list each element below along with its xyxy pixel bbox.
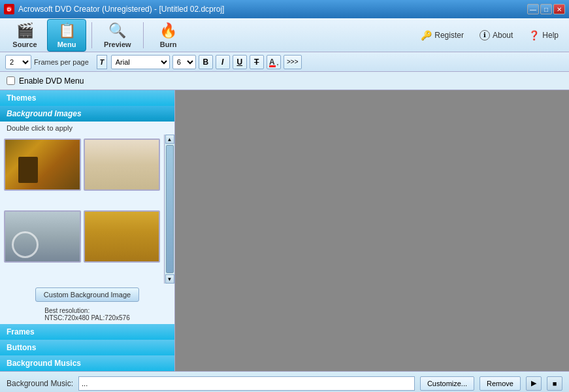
background-images-label: Background Images xyxy=(7,109,82,118)
scroll-up-button[interactable]: ▲ xyxy=(165,135,174,144)
register-label: Register xyxy=(434,31,464,40)
burn-icon: 🔥 xyxy=(159,22,177,39)
checkbox-row: Enable DVD Menu xyxy=(0,72,569,90)
frames-per-page-select[interactable]: 246 xyxy=(5,55,31,69)
menu-tab[interactable]: 📋 Menu xyxy=(47,19,86,52)
font-color-button[interactable]: A xyxy=(267,55,281,69)
toolbar-right: 🔑 Register ℹ About ❓ Help xyxy=(415,27,564,43)
frames-per-page-label: Frames per page xyxy=(34,58,89,66)
bg-image-3[interactable] xyxy=(4,210,81,263)
about-button[interactable]: ℹ About xyxy=(474,27,518,43)
source-label: Source xyxy=(12,41,37,48)
scroll-thumb[interactable] xyxy=(166,145,174,273)
themes-section-header[interactable]: Themes xyxy=(0,90,174,106)
burn-tab[interactable]: 🔥 Burn xyxy=(149,20,188,51)
images-grid xyxy=(0,135,164,284)
burn-label: Burn xyxy=(160,41,177,48)
register-button[interactable]: 🔑 Register xyxy=(415,27,469,43)
enable-dvd-menu-label[interactable]: Enable DVD Menu xyxy=(19,76,84,86)
window-controls: — □ ✕ xyxy=(527,4,565,14)
help-icon: ❓ xyxy=(528,30,540,41)
buttons-section-header[interactable]: Buttons xyxy=(0,340,174,355)
music-label: Background Music: xyxy=(7,379,73,388)
menu-label: Menu xyxy=(57,41,76,48)
title-bar-left: D Acrowsoft DVD Creator (Unregistered) -… xyxy=(4,4,224,14)
italic-button[interactable]: I xyxy=(216,55,230,69)
play-music-button[interactable]: ▶ xyxy=(526,376,542,391)
svg-marker-5 xyxy=(277,64,278,66)
background-musics-label: Background Musics xyxy=(7,359,81,368)
music-bar: Background Music: Customize... Remove ▶ … xyxy=(0,371,569,392)
window-title: Acrowsoft DVD Creator (Unregistered) - [… xyxy=(18,5,224,14)
svg-text:A: A xyxy=(269,57,275,67)
font-color-icon: A xyxy=(268,56,280,68)
svg-rect-4 xyxy=(269,65,276,67)
toolbar-divider-2 xyxy=(143,22,144,48)
play-icon: ▶ xyxy=(531,379,536,387)
source-icon: 🎬 xyxy=(16,22,34,39)
more-options-button[interactable]: >>> xyxy=(284,55,302,69)
frames-label: Frames xyxy=(7,327,35,336)
help-label: Help xyxy=(542,31,559,40)
font-size-select[interactable]: 681012 xyxy=(172,55,196,69)
resolution-label: Best resolution: xyxy=(44,307,129,314)
remove-music-button[interactable]: Remove xyxy=(480,376,521,391)
strikethrough-button[interactable]: T xyxy=(250,55,264,69)
bg-image-1[interactable] xyxy=(4,139,81,191)
about-label: About xyxy=(493,31,513,40)
title-bar: D Acrowsoft DVD Creator (Unregistered) -… xyxy=(0,0,569,18)
menu-icon: 📋 xyxy=(58,22,76,39)
scroll-down-button[interactable]: ▼ xyxy=(165,274,174,284)
left-panel: Themes Background Images Double click to… xyxy=(0,90,175,371)
custom-bg-area: Custom Background Image Best resolution:… xyxy=(0,284,174,324)
app-icon: D xyxy=(4,4,14,14)
frames-section-header[interactable]: Frames xyxy=(0,324,174,340)
toolbar: 🎬 Source 📋 Menu 🔍 Preview 🔥 Burn 🔑 Regis… xyxy=(0,18,569,52)
themes-label: Themes xyxy=(7,93,36,103)
text-icon: T xyxy=(99,58,104,66)
source-tab[interactable]: 🎬 Source xyxy=(5,20,44,51)
canvas-area[interactable] xyxy=(175,90,569,371)
toolbar-divider-1 xyxy=(91,22,92,48)
customize-music-button[interactable]: Customize... xyxy=(420,376,474,391)
svg-text:D: D xyxy=(7,7,11,12)
underline-button[interactable]: U xyxy=(233,55,247,69)
preview-icon: 🔍 xyxy=(108,22,126,39)
text-insert-button[interactable]: T xyxy=(97,55,107,69)
bg-image-4[interactable] xyxy=(84,210,161,263)
bold-button[interactable]: B xyxy=(199,55,213,69)
stop-music-button[interactable]: ■ xyxy=(547,376,562,391)
preview-label: Preview xyxy=(104,41,131,48)
background-musics-section-header[interactable]: Background Musics xyxy=(0,355,174,371)
double-click-hint: Double click to apply xyxy=(0,122,174,135)
background-images-section-header[interactable]: Background Images xyxy=(0,106,174,122)
images-grid-container: ▲ ▼ xyxy=(0,135,174,284)
preview-tab[interactable]: 🔍 Preview xyxy=(97,20,138,51)
font-select[interactable]: ArialTimes New Roman xyxy=(111,55,170,69)
buttons-label: Buttons xyxy=(7,343,36,352)
main-content: Themes Background Images Double click to… xyxy=(0,90,569,371)
music-input[interactable] xyxy=(78,376,415,391)
maximize-button[interactable]: □ xyxy=(540,4,552,14)
about-icon: ℹ xyxy=(480,30,490,41)
bg-image-2[interactable] xyxy=(84,139,161,191)
panel-bottom-sections: Frames Buttons Background Musics xyxy=(0,324,174,371)
custom-background-button[interactable]: Custom Background Image xyxy=(35,287,139,302)
close-button[interactable]: ✕ xyxy=(553,4,565,14)
resolution-info: Best resolution: NTSC:720x480 PAL:720x57… xyxy=(38,306,136,324)
images-scrollbar: ▲ ▼ xyxy=(164,135,174,284)
resolution-value: NTSC:720x480 PAL:720x576 xyxy=(44,314,129,321)
stop-icon: ■ xyxy=(553,380,557,387)
register-icon: 🔑 xyxy=(421,30,432,41)
enable-dvd-menu-checkbox[interactable] xyxy=(7,76,15,85)
help-button[interactable]: ❓ Help xyxy=(523,27,564,43)
minimize-button[interactable]: — xyxy=(527,4,539,14)
format-bar: 246 Frames per page T ArialTimes New Rom… xyxy=(0,52,569,72)
